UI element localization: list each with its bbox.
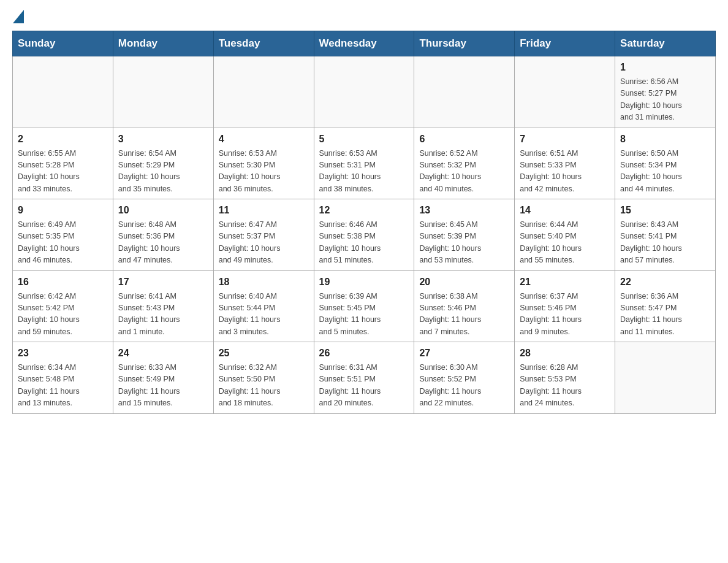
day-info: Sunrise: 6:51 AM Sunset: 5:33 PM Dayligh… xyxy=(520,148,610,196)
day-of-week-header: Monday xyxy=(113,31,213,56)
calendar-day-cell: 26Sunrise: 6:31 AM Sunset: 5:51 PM Dayli… xyxy=(314,342,414,414)
day-number: 12 xyxy=(319,203,409,218)
day-info: Sunrise: 6:46 AM Sunset: 5:38 PM Dayligh… xyxy=(319,219,409,267)
day-of-week-header: Wednesday xyxy=(314,31,414,56)
calendar-day-cell: 25Sunrise: 6:32 AM Sunset: 5:50 PM Dayli… xyxy=(213,342,314,414)
day-number: 11 xyxy=(219,203,309,218)
day-number: 20 xyxy=(419,275,509,289)
day-number: 22 xyxy=(620,275,710,289)
day-info: Sunrise: 6:56 AM Sunset: 5:27 PM Dayligh… xyxy=(620,76,710,124)
day-number: 21 xyxy=(520,275,610,289)
day-number: 15 xyxy=(620,203,710,218)
calendar-day-cell: 6Sunrise: 6:52 AM Sunset: 5:32 PM Daylig… xyxy=(414,128,515,199)
day-info: Sunrise: 6:30 AM Sunset: 5:52 PM Dayligh… xyxy=(419,362,509,410)
day-info: Sunrise: 6:50 AM Sunset: 5:34 PM Dayligh… xyxy=(620,148,710,196)
day-number: 7 xyxy=(520,132,610,147)
calendar-day-cell xyxy=(113,56,213,128)
day-info: Sunrise: 6:45 AM Sunset: 5:39 PM Dayligh… xyxy=(419,219,509,267)
calendar-week-row: 16Sunrise: 6:42 AM Sunset: 5:42 PM Dayli… xyxy=(13,270,716,342)
day-number: 2 xyxy=(18,132,108,147)
day-info: Sunrise: 6:43 AM Sunset: 5:41 PM Dayligh… xyxy=(620,219,710,267)
calendar-day-cell: 5Sunrise: 6:53 AM Sunset: 5:31 PM Daylig… xyxy=(314,128,414,199)
day-of-week-header: Saturday xyxy=(615,31,716,56)
calendar-day-cell: 1Sunrise: 6:56 AM Sunset: 5:27 PM Daylig… xyxy=(615,56,716,128)
calendar-day-cell: 24Sunrise: 6:33 AM Sunset: 5:49 PM Dayli… xyxy=(113,342,213,414)
calendar-week-row: 1Sunrise: 6:56 AM Sunset: 5:27 PM Daylig… xyxy=(13,56,716,128)
calendar-day-cell: 15Sunrise: 6:43 AM Sunset: 5:41 PM Dayli… xyxy=(615,199,716,271)
day-info: Sunrise: 6:49 AM Sunset: 5:35 PM Dayligh… xyxy=(18,219,108,267)
calendar-week-row: 23Sunrise: 6:34 AM Sunset: 5:48 PM Dayli… xyxy=(13,342,716,414)
calendar-week-row: 2Sunrise: 6:55 AM Sunset: 5:28 PM Daylig… xyxy=(13,128,716,199)
calendar-day-cell: 9Sunrise: 6:49 AM Sunset: 5:35 PM Daylig… xyxy=(13,199,113,271)
day-info: Sunrise: 6:53 AM Sunset: 5:31 PM Dayligh… xyxy=(319,148,409,196)
day-number: 4 xyxy=(219,132,309,147)
day-info: Sunrise: 6:34 AM Sunset: 5:48 PM Dayligh… xyxy=(18,362,108,410)
day-info: Sunrise: 6:54 AM Sunset: 5:29 PM Dayligh… xyxy=(118,148,208,196)
day-of-week-header: Friday xyxy=(515,31,615,56)
day-number: 1 xyxy=(620,60,710,75)
day-info: Sunrise: 6:31 AM Sunset: 5:51 PM Dayligh… xyxy=(319,362,409,410)
calendar-day-cell: 16Sunrise: 6:42 AM Sunset: 5:42 PM Dayli… xyxy=(13,270,113,342)
day-of-week-header: Tuesday xyxy=(213,31,314,56)
day-number: 17 xyxy=(118,275,208,289)
day-info: Sunrise: 6:40 AM Sunset: 5:44 PM Dayligh… xyxy=(219,291,309,339)
day-number: 18 xyxy=(219,275,309,289)
day-number: 6 xyxy=(419,132,509,147)
day-info: Sunrise: 6:38 AM Sunset: 5:46 PM Dayligh… xyxy=(419,291,509,339)
day-info: Sunrise: 6:48 AM Sunset: 5:36 PM Dayligh… xyxy=(118,219,208,267)
calendar-day-cell: 17Sunrise: 6:41 AM Sunset: 5:43 PM Dayli… xyxy=(113,270,213,342)
day-number: 9 xyxy=(18,203,108,218)
day-of-week-header: Thursday xyxy=(414,31,515,56)
calendar-day-cell: 2Sunrise: 6:55 AM Sunset: 5:28 PM Daylig… xyxy=(13,128,113,199)
calendar-day-cell xyxy=(213,56,314,128)
day-number: 10 xyxy=(118,203,208,218)
day-number: 3 xyxy=(118,132,208,147)
day-number: 19 xyxy=(319,275,409,289)
calendar-day-cell: 27Sunrise: 6:30 AM Sunset: 5:52 PM Dayli… xyxy=(414,342,515,414)
calendar-day-cell: 23Sunrise: 6:34 AM Sunset: 5:48 PM Dayli… xyxy=(13,342,113,414)
day-number: 5 xyxy=(319,132,409,147)
calendar-day-cell: 22Sunrise: 6:36 AM Sunset: 5:47 PM Dayli… xyxy=(615,270,716,342)
day-info: Sunrise: 6:28 AM Sunset: 5:53 PM Dayligh… xyxy=(520,362,610,410)
calendar-day-cell: 21Sunrise: 6:37 AM Sunset: 5:46 PM Dayli… xyxy=(515,270,615,342)
day-number: 24 xyxy=(118,346,208,361)
day-info: Sunrise: 6:36 AM Sunset: 5:47 PM Dayligh… xyxy=(620,291,710,339)
calendar-table: SundayMondayTuesdayWednesdayThursdayFrid… xyxy=(12,31,716,414)
day-info: Sunrise: 6:55 AM Sunset: 5:28 PM Dayligh… xyxy=(18,148,108,196)
day-info: Sunrise: 6:52 AM Sunset: 5:32 PM Dayligh… xyxy=(419,148,509,196)
calendar-day-cell xyxy=(314,56,414,128)
day-info: Sunrise: 6:44 AM Sunset: 5:40 PM Dayligh… xyxy=(520,219,610,267)
day-number: 27 xyxy=(419,346,509,361)
day-number: 8 xyxy=(620,132,710,147)
calendar-week-row: 9Sunrise: 6:49 AM Sunset: 5:35 PM Daylig… xyxy=(13,199,716,271)
calendar-day-cell: 14Sunrise: 6:44 AM Sunset: 5:40 PM Dayli… xyxy=(515,199,615,271)
day-info: Sunrise: 6:32 AM Sunset: 5:50 PM Dayligh… xyxy=(219,362,309,410)
calendar-day-cell: 11Sunrise: 6:47 AM Sunset: 5:37 PM Dayli… xyxy=(213,199,314,271)
day-number: 25 xyxy=(219,346,309,361)
calendar-day-cell xyxy=(414,56,515,128)
page-header xyxy=(12,12,716,25)
day-info: Sunrise: 6:53 AM Sunset: 5:30 PM Dayligh… xyxy=(219,148,309,196)
day-number: 28 xyxy=(520,346,610,361)
calendar-day-cell xyxy=(615,342,716,414)
day-info: Sunrise: 6:37 AM Sunset: 5:46 PM Dayligh… xyxy=(520,291,610,339)
calendar-day-cell xyxy=(13,56,113,128)
calendar-day-cell xyxy=(515,56,615,128)
day-info: Sunrise: 6:39 AM Sunset: 5:45 PM Dayligh… xyxy=(319,291,409,339)
calendar-day-cell: 4Sunrise: 6:53 AM Sunset: 5:30 PM Daylig… xyxy=(213,128,314,199)
calendar-day-cell: 10Sunrise: 6:48 AM Sunset: 5:36 PM Dayli… xyxy=(113,199,213,271)
calendar-day-cell: 8Sunrise: 6:50 AM Sunset: 5:34 PM Daylig… xyxy=(615,128,716,199)
logo xyxy=(12,12,24,25)
day-number: 16 xyxy=(18,275,108,289)
calendar-day-cell: 13Sunrise: 6:45 AM Sunset: 5:39 PM Dayli… xyxy=(414,199,515,271)
day-info: Sunrise: 6:47 AM Sunset: 5:37 PM Dayligh… xyxy=(219,219,309,267)
day-of-week-header: Sunday xyxy=(13,31,113,56)
logo-flag-icon xyxy=(13,10,24,23)
calendar-day-cell: 3Sunrise: 6:54 AM Sunset: 5:29 PM Daylig… xyxy=(113,128,213,199)
calendar-day-cell: 19Sunrise: 6:39 AM Sunset: 5:45 PM Dayli… xyxy=(314,270,414,342)
calendar-header-row: SundayMondayTuesdayWednesdayThursdayFrid… xyxy=(13,31,716,56)
calendar-day-cell: 12Sunrise: 6:46 AM Sunset: 5:38 PM Dayli… xyxy=(314,199,414,271)
day-number: 26 xyxy=(319,346,409,361)
day-number: 23 xyxy=(18,346,108,361)
day-info: Sunrise: 6:42 AM Sunset: 5:42 PM Dayligh… xyxy=(18,291,108,339)
